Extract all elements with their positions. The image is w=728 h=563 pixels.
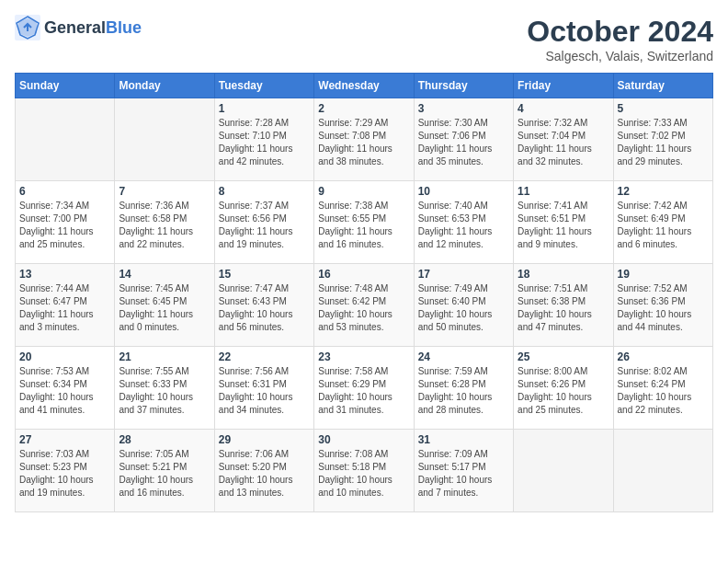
day-info: Sunrise: 7:49 AM Sunset: 6:40 PM Dayligh… <box>418 282 509 334</box>
day-info: Sunrise: 7:38 AM Sunset: 6:55 PM Dayligh… <box>318 200 409 251</box>
day-number: 28 <box>119 433 210 446</box>
sunrise: Sunrise: 7:37 AM <box>219 201 289 211</box>
sunset: Sunset: 6:24 PM <box>618 379 686 389</box>
sunset: Sunset: 6:53 PM <box>418 213 486 224</box>
day-number: 18 <box>518 268 609 281</box>
day-number: 2 <box>318 102 409 115</box>
calendar-cell: 19 Sunrise: 7:52 AM Sunset: 6:36 PM Dayl… <box>613 264 712 347</box>
weekday-header-friday: Friday <box>514 74 613 98</box>
calendar-cell: 6 Sunrise: 7:34 AM Sunset: 7:00 PM Dayli… <box>16 181 115 264</box>
day-info: Sunrise: 7:41 AM Sunset: 6:51 PM Dayligh… <box>518 200 609 251</box>
daylight: Daylight: 10 hours and 13 minutes. <box>219 475 293 498</box>
day-info: Sunrise: 7:55 AM Sunset: 6:33 PM Dayligh… <box>119 365 210 417</box>
sunset: Sunset: 6:34 PM <box>19 379 87 389</box>
sunrise: Sunrise: 7:45 AM <box>119 283 188 293</box>
day-number: 25 <box>518 350 609 363</box>
calendar-cell: 12 Sunrise: 7:42 AM Sunset: 6:49 PM Dayl… <box>613 181 712 264</box>
calendar-cell: 30 Sunrise: 7:08 AM Sunset: 5:18 PM Dayl… <box>314 430 414 512</box>
sunset: Sunset: 5:23 PM <box>19 462 87 472</box>
sunrise: Sunrise: 7:42 AM <box>618 201 688 211</box>
daylight: Daylight: 10 hours and 19 minutes. <box>19 475 94 498</box>
sunset: Sunset: 6:51 PM <box>518 213 586 224</box>
day-number: 15 <box>219 268 310 281</box>
daylight: Daylight: 10 hours and 34 minutes. <box>219 392 293 415</box>
day-info: Sunrise: 7:08 AM Sunset: 5:18 PM Dayligh… <box>318 448 409 500</box>
daylight: Daylight: 10 hours and 50 minutes. <box>418 309 493 332</box>
sunrise: Sunrise: 7:53 AM <box>19 366 89 376</box>
day-number: 7 <box>119 185 210 198</box>
day-number: 31 <box>418 433 509 446</box>
day-info: Sunrise: 7:03 AM Sunset: 5:23 PM Dayligh… <box>19 448 110 500</box>
daylight: Daylight: 10 hours and 41 minutes. <box>19 392 94 415</box>
calendar-cell: 27 Sunrise: 7:03 AM Sunset: 5:23 PM Dayl… <box>16 430 115 512</box>
day-info: Sunrise: 7:33 AM Sunset: 7:02 PM Dayligh… <box>618 117 709 168</box>
daylight: Daylight: 11 hours and 42 minutes. <box>219 144 293 167</box>
calendar-cell: 7 Sunrise: 7:36 AM Sunset: 6:58 PM Dayli… <box>115 181 214 264</box>
sunrise: Sunrise: 7:34 AM <box>19 201 89 211</box>
day-number: 14 <box>119 268 210 281</box>
sunset: Sunset: 6:38 PM <box>518 296 586 306</box>
sunrise: Sunrise: 7:09 AM <box>418 449 488 459</box>
calendar-cell: 9 Sunrise: 7:38 AM Sunset: 6:55 PM Dayli… <box>314 181 414 264</box>
day-info: Sunrise: 7:06 AM Sunset: 5:20 PM Dayligh… <box>219 448 310 500</box>
calendar-week-row: 1 Sunrise: 7:28 AM Sunset: 7:10 PM Dayli… <box>16 98 713 181</box>
calendar-cell: 22 Sunrise: 7:56 AM Sunset: 6:31 PM Dayl… <box>214 347 313 430</box>
sunset: Sunset: 7:02 PM <box>618 131 686 141</box>
calendar-cell: 8 Sunrise: 7:37 AM Sunset: 6:56 PM Dayli… <box>214 181 313 264</box>
day-number: 3 <box>418 102 509 115</box>
sunset: Sunset: 6:56 PM <box>219 213 287 224</box>
day-info: Sunrise: 7:32 AM Sunset: 7:04 PM Dayligh… <box>518 117 609 168</box>
day-number: 11 <box>518 185 609 198</box>
day-info: Sunrise: 7:34 AM Sunset: 7:00 PM Dayligh… <box>19 200 110 251</box>
day-info: Sunrise: 7:53 AM Sunset: 6:34 PM Dayligh… <box>19 365 110 417</box>
sunset: Sunset: 6:26 PM <box>518 379 586 389</box>
weekday-header-row: SundayMondayTuesdayWednesdayThursdayFrid… <box>16 74 713 98</box>
sunrise: Sunrise: 7:48 AM <box>318 283 388 293</box>
day-info: Sunrise: 7:52 AM Sunset: 6:36 PM Dayligh… <box>618 282 709 334</box>
calendar-cell: 17 Sunrise: 7:49 AM Sunset: 6:40 PM Dayl… <box>414 264 513 347</box>
sunset: Sunset: 5:21 PM <box>119 462 187 472</box>
calendar-cell: 18 Sunrise: 7:51 AM Sunset: 6:38 PM Dayl… <box>514 264 613 347</box>
calendar-cell: 28 Sunrise: 7:05 AM Sunset: 5:21 PM Dayl… <box>115 430 214 512</box>
sunset: Sunset: 6:33 PM <box>119 379 187 389</box>
sunset: Sunset: 6:55 PM <box>318 213 386 224</box>
sunrise: Sunrise: 7:44 AM <box>19 283 89 293</box>
daylight: Daylight: 10 hours and 22 minutes. <box>618 392 692 415</box>
sunset: Sunset: 6:29 PM <box>318 379 386 389</box>
calendar-cell <box>514 430 613 512</box>
calendar-cell <box>613 430 712 512</box>
day-number: 26 <box>618 350 709 363</box>
weekday-header-sunday: Sunday <box>16 74 115 98</box>
sunrise: Sunrise: 7:28 AM <box>219 118 289 128</box>
day-number: 27 <box>19 433 110 446</box>
sunset: Sunset: 7:06 PM <box>418 131 486 141</box>
daylight: Daylight: 11 hours and 9 minutes. <box>518 226 592 249</box>
sunset: Sunset: 6:28 PM <box>418 379 486 389</box>
daylight: Daylight: 11 hours and 35 minutes. <box>418 144 493 167</box>
sunset: Sunset: 6:45 PM <box>119 296 187 306</box>
sunset: Sunset: 7:00 PM <box>19 213 87 224</box>
daylight: Daylight: 10 hours and 10 minutes. <box>318 475 392 498</box>
day-number: 23 <box>318 350 409 363</box>
sunset: Sunset: 6:47 PM <box>19 296 87 306</box>
day-info: Sunrise: 7:28 AM Sunset: 7:10 PM Dayligh… <box>219 117 310 168</box>
daylight: Daylight: 11 hours and 16 minutes. <box>318 226 392 249</box>
day-info: Sunrise: 7:45 AM Sunset: 6:45 PM Dayligh… <box>119 282 210 334</box>
day-number: 17 <box>418 268 509 281</box>
sunrise: Sunrise: 8:00 AM <box>518 366 587 376</box>
calendar-cell: 21 Sunrise: 7:55 AM Sunset: 6:33 PM Dayl… <box>115 347 214 430</box>
day-info: Sunrise: 7:58 AM Sunset: 6:29 PM Dayligh… <box>318 365 409 417</box>
weekday-header-saturday: Saturday <box>613 74 712 98</box>
calendar-week-row: 27 Sunrise: 7:03 AM Sunset: 5:23 PM Dayl… <box>16 430 713 512</box>
page-header: GeneralBlue October 2024 Salgesch, Valai… <box>15 15 713 63</box>
sunrise: Sunrise: 7:56 AM <box>219 366 289 376</box>
day-number: 19 <box>618 268 709 281</box>
calendar-week-row: 20 Sunrise: 7:53 AM Sunset: 6:34 PM Dayl… <box>16 347 713 430</box>
daylight: Daylight: 10 hours and 47 minutes. <box>518 309 592 332</box>
daylight: Daylight: 10 hours and 28 minutes. <box>418 392 493 415</box>
calendar-cell: 24 Sunrise: 7:59 AM Sunset: 6:28 PM Dayl… <box>414 347 513 430</box>
day-number: 21 <box>119 350 210 363</box>
sunset: Sunset: 6:58 PM <box>119 213 187 224</box>
daylight: Daylight: 10 hours and 56 minutes. <box>219 309 293 332</box>
day-info: Sunrise: 7:40 AM Sunset: 6:53 PM Dayligh… <box>418 200 509 251</box>
